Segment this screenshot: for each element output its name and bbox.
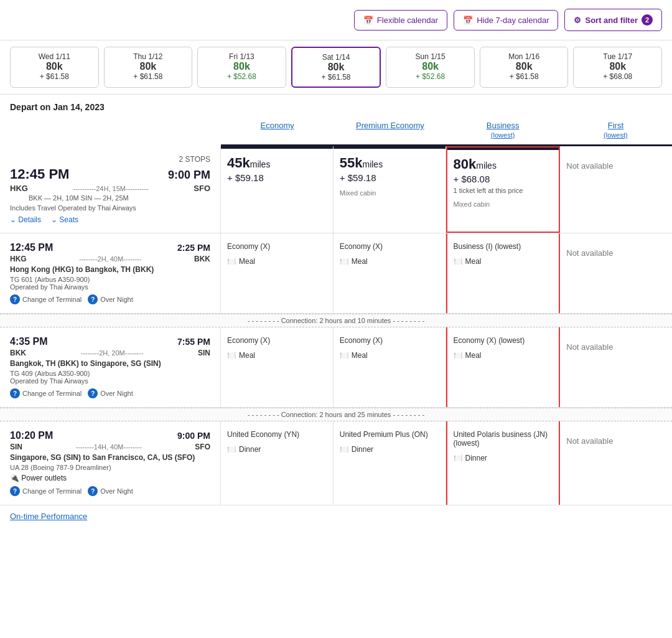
stops: 2 STOPS [10, 155, 210, 164]
miles: 80k [13, 61, 96, 72]
on-time-link[interactable]: On-time Performance [0, 505, 672, 527]
seg-cell-1-2: Economy (X) (lowest) 🍽️ Meal [446, 327, 561, 407]
sort-filter-label: Sort and filter [585, 16, 638, 25]
duration: ----------24H, 15M---------- [30, 185, 191, 192]
hide-calendar-label: Hide 7-day calendar [477, 16, 549, 25]
main-cell-2[interactable]: 80kmiles + $68.08 1 ticket left at this … [446, 146, 561, 233]
seg-icon: ?Change of Terminal [10, 486, 82, 496]
seg-cells-1: Economy (X) 🍽️ Meal Economy (X) 🍽️ Meal … [221, 327, 672, 407]
class-header-2[interactable]: Business(lowest) [447, 116, 559, 144]
calendar-day-0[interactable]: Wed 1/11 80k + $61.58 [10, 47, 99, 88]
class-header-3[interactable]: First(lowest) [559, 116, 672, 144]
seg-route-label-2: Singapore, SG (SIN) to San Francisco, CA… [10, 453, 210, 462]
dep-time: 12:45 PM [10, 166, 69, 182]
seg-duration-2: --------14H, 40M-------- [25, 443, 192, 451]
seg-dep-airport-1: BKK [10, 349, 26, 357]
calendar-day-2[interactable]: Fri 1/13 80k + $52.68 [197, 47, 286, 88]
dep-airport: HKG [10, 184, 28, 193]
meal-icon: 🍽️ [454, 454, 463, 462]
calendar-icon2: 📅 [463, 16, 473, 25]
operated-by: Includes Travel Operated by Thai Airways [10, 204, 210, 212]
price: + $59.18 [227, 172, 327, 183]
miles: 80k [200, 61, 283, 72]
day-label: Wed 1/11 [13, 52, 96, 61]
meal-row: 🍽️ Meal [340, 257, 439, 266]
main-cell-0[interactable]: 45kmiles + $59.18 [221, 146, 334, 233]
price: + $52.68 [200, 72, 283, 81]
seg-cells-2: United Economy (YN) 🍽️ Dinner United Pre… [221, 421, 672, 505]
meal-row: 🍽️ Meal [340, 351, 439, 360]
meal-text: Dinner [352, 445, 373, 454]
seg-dep-2: 10:20 PM [10, 430, 53, 441]
meal-row: 🍽️ Dinner [227, 445, 327, 454]
calendar-day-1[interactable]: Thu 1/12 80k + $61.58 [104, 47, 193, 88]
seg-cell-1-1: Economy (X) 🍽️ Meal [334, 327, 446, 407]
seg-route-label-0: Hong Kong (HKG) to Bangkok, TH (BKK) [10, 265, 210, 274]
seg-duration-1: --------2H, 20M-------- [29, 349, 195, 357]
class-label: United Economy (YN) [227, 430, 327, 439]
filter-icon: ⚙ [574, 16, 581, 25]
seg-cell-2-0: United Economy (YN) 🍽️ Dinner [221, 421, 334, 505]
top-bar [221, 146, 333, 149]
day-label: Sat 1/14 [295, 53, 378, 62]
seg-cell-0-0: Economy (X) 🍽️ Meal [221, 233, 334, 313]
class-label: Economy (X) [227, 242, 327, 251]
seg-info-2: 10:20 PM 9:00 PM SIN --------14H, 40M---… [0, 421, 221, 505]
meal-row: 🍽️ Meal [227, 351, 327, 360]
class-header-1[interactable]: Premium Economy [334, 116, 446, 144]
meal-icon: 🍽️ [227, 445, 236, 454]
main-flight-info: 2 STOPS 12:45 PM 9:00 PM HKG ----------2… [0, 146, 221, 233]
main-cell-1[interactable]: 55kmiles + $59.18 Mixed cabin [334, 146, 446, 233]
seg-cell-2-3: Not available [560, 421, 672, 505]
seg-icon: ?Over Night [88, 388, 133, 398]
seg-arr-airport-0: BKK [194, 255, 210, 263]
details-link[interactable]: ⌄ Details [10, 215, 41, 224]
connection-text: - - - - - - - - Connection: 2 hours and … [248, 317, 424, 324]
depart-header: Depart on Jan 14, 2023 [0, 95, 672, 116]
day-label: Sun 1/15 [389, 52, 472, 61]
class-label: Economy (X) [227, 336, 327, 345]
cabin: Mixed cabin [454, 200, 553, 208]
day-label: Fri 1/13 [200, 52, 283, 61]
meal-text: Meal [352, 351, 368, 360]
seg-icon: ?Change of Terminal [10, 388, 82, 398]
main-cell-3: Not available [560, 146, 672, 233]
seg-arr-1: 7:55 PM [177, 337, 210, 347]
price: + $61.58 [295, 73, 378, 82]
calendar-day-5[interactable]: Mon 1/16 80k + $61.58 [480, 47, 569, 88]
sort-filter-button[interactable]: ⚙ Sort and filter 2 [564, 9, 662, 31]
segment-row-0: 12:45 PM 2:25 PM HKG --------2H, 40M----… [0, 233, 672, 314]
seg-route-label-1: Bangkok, TH (BKK) to Singapore, SG (SIN) [10, 359, 210, 368]
miles: 80k [483, 61, 566, 72]
meal-row: 🍽️ Meal [227, 257, 327, 266]
segment-row-2: 10:20 PM 9:00 PM SIN --------14H, 40M---… [0, 421, 672, 505]
seg-cell-0-3: Not available [560, 233, 672, 313]
class-label: Economy (X) [340, 336, 439, 345]
calendar-day-3[interactable]: Sat 1/14 80k + $61.58 [291, 47, 381, 88]
seg-info-1: 4:35 PM 7:55 PM BKK --------2H, 20M-----… [0, 327, 221, 407]
seg-dep-1: 4:35 PM [10, 336, 47, 347]
price: + $61.58 [13, 72, 96, 81]
price: + $68.08 [454, 174, 553, 184]
seg-cell-0-2: Business (I) (lowest) 🍽️ Meal [446, 233, 561, 313]
connection-text: - - - - - - - - Connection: 2 hours and … [248, 411, 424, 418]
meal-row: 🍽️ Dinner [340, 445, 439, 454]
class-headers: EconomyPremium EconomyBusiness(lowest)Fi… [221, 116, 672, 146]
calendar-day-6[interactable]: Tue 1/17 80k + $68.08 [573, 47, 662, 88]
sort-filter-badge: 2 [642, 14, 653, 26]
cabin: Mixed cabin [340, 189, 439, 197]
meal-icon: 🍽️ [340, 257, 349, 266]
class-label: Economy (X) (lowest) [454, 336, 553, 345]
miles: 45kmiles [227, 155, 270, 171]
segment-row-1: 4:35 PM 7:55 PM BKK --------2H, 20M-----… [0, 327, 672, 408]
seg-arr-airport-2: SFO [195, 443, 210, 451]
meal-text: Dinner [465, 454, 487, 462]
arr-airport: SFO [194, 184, 210, 193]
seats-link[interactable]: ⌄ Seats [51, 215, 78, 224]
seg-icon: ?Change of Terminal [10, 294, 82, 304]
seg-arr-0: 2:25 PM [177, 243, 210, 253]
calendar-day-4[interactable]: Sun 1/15 80k + $52.68 [386, 47, 475, 88]
class-header-0[interactable]: Economy [221, 116, 334, 144]
hide-calendar-button[interactable]: 📅 Hide 7-day calendar [454, 10, 558, 30]
flexible-calendar-button[interactable]: 📅 Flexible calendar [354, 10, 447, 30]
